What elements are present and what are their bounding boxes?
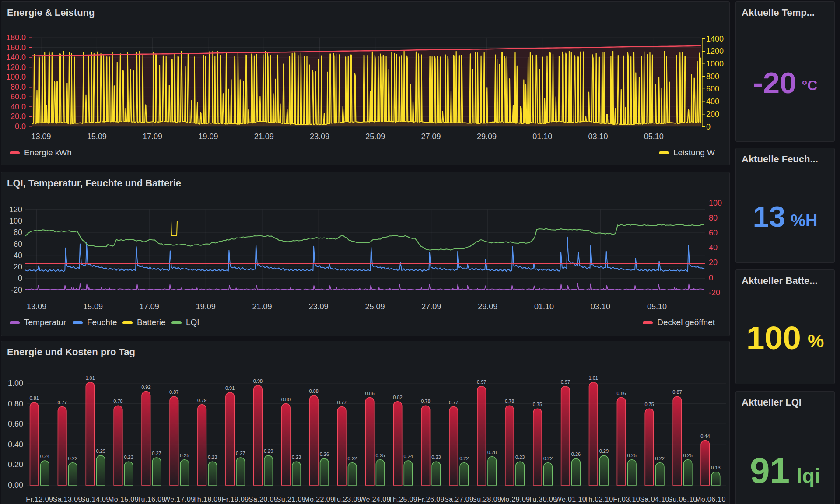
svg-text:29.09: 29.09 xyxy=(477,132,497,141)
svg-text:60: 60 xyxy=(14,240,22,248)
svg-text:We.01.10: We.01.10 xyxy=(555,496,586,503)
svg-text:0.86: 0.86 xyxy=(616,391,626,396)
svg-text:19.09: 19.09 xyxy=(198,132,218,141)
svg-text:0.97: 0.97 xyxy=(477,379,486,385)
svg-text:03.10: 03.10 xyxy=(588,132,608,141)
svg-text:25.09: 25.09 xyxy=(365,132,385,141)
svg-text:0.77: 0.77 xyxy=(57,400,66,405)
svg-text:Fr.19.09: Fr.19.09 xyxy=(222,496,249,503)
svg-text:0.28: 0.28 xyxy=(487,450,497,455)
svg-text:0.23: 0.23 xyxy=(208,455,217,460)
svg-text:0.97: 0.97 xyxy=(561,379,570,385)
svg-text:0.92: 0.92 xyxy=(141,385,150,390)
svg-text:Tu.16.09: Tu.16.09 xyxy=(137,496,166,503)
svg-text:40: 40 xyxy=(14,251,22,260)
svg-text:100.0: 100.0 xyxy=(6,73,26,81)
svg-text:60.0: 60.0 xyxy=(10,92,26,101)
svg-text:Th.02.10: Th.02.10 xyxy=(584,496,613,503)
svg-text:Fr.03.10: Fr.03.10 xyxy=(613,496,640,503)
svg-text:Su.28.09: Su.28.09 xyxy=(472,496,501,503)
svg-text:Th.25.09: Th.25.09 xyxy=(388,496,417,503)
svg-text:40.0: 40.0 xyxy=(10,102,26,111)
svg-text:200: 200 xyxy=(706,110,719,119)
svg-text:0.22: 0.22 xyxy=(68,456,77,461)
svg-text:0.86: 0.86 xyxy=(365,391,374,396)
svg-text:0.60: 0.60 xyxy=(8,420,23,428)
svg-text:-20: -20 xyxy=(11,286,22,294)
svg-text:Sa.27.09: Sa.27.09 xyxy=(444,496,473,503)
svg-text:0.29: 0.29 xyxy=(96,448,105,454)
svg-text:0.40: 0.40 xyxy=(8,440,23,449)
svg-text:Sa.04.10: Sa.04.10 xyxy=(640,496,669,503)
svg-text:Sa.20.09: Sa.20.09 xyxy=(248,496,278,503)
svg-text:0.00: 0.00 xyxy=(8,481,23,490)
svg-text:80: 80 xyxy=(709,214,718,222)
svg-text:120: 120 xyxy=(9,205,22,214)
svg-text:13.09: 13.09 xyxy=(31,132,51,141)
svg-text:0.91: 0.91 xyxy=(225,385,234,391)
svg-text:01.10: 01.10 xyxy=(534,302,554,311)
svg-text:01.10: 01.10 xyxy=(532,132,552,141)
svg-text:0.87: 0.87 xyxy=(169,389,178,395)
svg-text:Tu.30.09: Tu.30.09 xyxy=(528,496,557,503)
svg-text:600: 600 xyxy=(706,84,719,93)
svg-text:100: 100 xyxy=(9,217,22,225)
svg-text:180.0: 180.0 xyxy=(6,33,26,42)
svg-text:1.01: 1.01 xyxy=(85,375,94,381)
svg-text:0.27: 0.27 xyxy=(152,451,161,456)
svg-text:Mo.15.09: Mo.15.09 xyxy=(108,496,139,503)
svg-text:0: 0 xyxy=(709,273,713,282)
svg-text:0.75: 0.75 xyxy=(644,402,654,407)
svg-text:0.29: 0.29 xyxy=(264,448,273,454)
svg-text:Fr.12.09: Fr.12.09 xyxy=(26,496,53,503)
svg-text:19.09: 19.09 xyxy=(196,302,216,311)
svg-text:-20: -20 xyxy=(709,288,720,297)
svg-text:0.25: 0.25 xyxy=(627,453,637,458)
svg-text:Mo.06.10: Mo.06.10 xyxy=(695,496,726,503)
svg-text:0.0: 0.0 xyxy=(15,122,26,131)
svg-text:140.0: 140.0 xyxy=(6,53,26,62)
svg-text:0.78: 0.78 xyxy=(113,399,122,404)
svg-text:0.77: 0.77 xyxy=(337,400,346,405)
svg-text:17.09: 17.09 xyxy=(140,302,159,311)
svg-text:0.80: 0.80 xyxy=(8,399,23,408)
svg-text:400: 400 xyxy=(706,97,719,106)
svg-text:1200: 1200 xyxy=(706,47,724,56)
svg-text:0.78: 0.78 xyxy=(505,399,514,404)
svg-text:0.22: 0.22 xyxy=(459,456,469,461)
svg-text:0.81: 0.81 xyxy=(30,396,39,401)
svg-text:0.23: 0.23 xyxy=(431,455,441,460)
svg-text:0.13: 0.13 xyxy=(711,465,720,470)
svg-text:0.23: 0.23 xyxy=(292,455,301,460)
svg-text:21.09: 21.09 xyxy=(252,302,272,311)
svg-text:Fr.26.09: Fr.26.09 xyxy=(417,496,444,503)
svg-text:0.77: 0.77 xyxy=(449,400,458,405)
svg-text:15.09: 15.09 xyxy=(83,302,103,311)
svg-text:0.98: 0.98 xyxy=(253,378,262,384)
svg-text:23.09: 23.09 xyxy=(308,302,328,311)
svg-text:0.23: 0.23 xyxy=(515,455,525,460)
svg-text:0.25: 0.25 xyxy=(375,453,385,458)
svg-text:0: 0 xyxy=(706,122,710,131)
svg-text:100: 100 xyxy=(709,199,722,207)
svg-text:05.10: 05.10 xyxy=(647,302,667,311)
svg-text:1000: 1000 xyxy=(706,60,724,68)
svg-text:0.24: 0.24 xyxy=(40,454,49,459)
svg-text:1.00: 1.00 xyxy=(8,379,23,388)
svg-text:60: 60 xyxy=(709,228,718,237)
svg-text:25.09: 25.09 xyxy=(365,302,385,311)
svg-text:0.23: 0.23 xyxy=(124,455,133,460)
svg-text:Sa.13.09: Sa.13.09 xyxy=(53,496,82,503)
svg-text:Mo.29.09: Mo.29.09 xyxy=(500,496,530,503)
svg-text:0.22: 0.22 xyxy=(348,456,357,461)
svg-text:0.25: 0.25 xyxy=(683,453,692,458)
svg-text:27.09: 27.09 xyxy=(421,132,441,141)
svg-text:21.09: 21.09 xyxy=(254,132,274,141)
svg-text:20.0: 20.0 xyxy=(10,112,26,121)
svg-text:0.26: 0.26 xyxy=(571,452,581,457)
svg-text:80: 80 xyxy=(14,228,22,237)
svg-text:120.0: 120.0 xyxy=(6,63,26,72)
svg-text:Tu.23.09: Tu.23.09 xyxy=(332,496,361,503)
svg-text:27.09: 27.09 xyxy=(421,302,441,311)
svg-text:20: 20 xyxy=(709,258,718,267)
